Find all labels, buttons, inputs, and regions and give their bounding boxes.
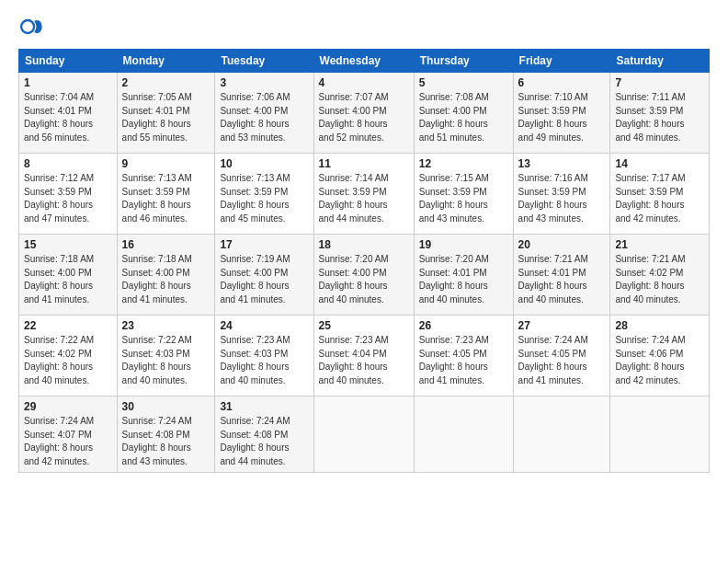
empty-cell bbox=[313, 396, 414, 473]
day-detail: Sunrise: 7:07 AMSunset: 4:00 PMDaylight:… bbox=[319, 91, 409, 144]
day-number: 8 bbox=[24, 157, 112, 170]
day-number: 16 bbox=[122, 238, 210, 251]
day-cell-30: 30Sunrise: 7:24 AMSunset: 4:08 PMDayligh… bbox=[117, 396, 215, 473]
day-detail: Sunrise: 7:10 AMSunset: 3:59 PMDaylight:… bbox=[518, 91, 606, 144]
day-cell-8: 8Sunrise: 7:12 AMSunset: 3:59 PMDaylight… bbox=[19, 154, 118, 235]
day-detail: Sunrise: 7:17 AMSunset: 3:59 PMDaylight:… bbox=[615, 172, 704, 225]
weekday-header-friday: Friday bbox=[513, 50, 610, 73]
day-cell-25: 25Sunrise: 7:23 AMSunset: 4:04 PMDayligh… bbox=[313, 316, 414, 396]
day-cell-9: 9Sunrise: 7:13 AMSunset: 3:59 PMDaylight… bbox=[117, 154, 215, 235]
day-number: 7 bbox=[615, 76, 704, 89]
weekday-header-sunday: Sunday bbox=[19, 50, 118, 73]
day-number: 30 bbox=[122, 400, 210, 413]
day-detail: Sunrise: 7:15 AMSunset: 3:59 PMDaylight:… bbox=[419, 172, 508, 225]
day-detail: Sunrise: 7:23 AMSunset: 4:03 PMDaylight:… bbox=[220, 334, 308, 387]
day-detail: Sunrise: 7:22 AMSunset: 4:02 PMDaylight:… bbox=[24, 334, 112, 387]
calendar-page: SundayMondayTuesdayWednesdayThursdayFrid… bbox=[0, 0, 728, 563]
calendar-week-row: 1Sunrise: 7:04 AMSunset: 4:01 PMDaylight… bbox=[19, 73, 710, 154]
day-detail: Sunrise: 7:21 AMSunset: 4:01 PMDaylight:… bbox=[518, 253, 606, 306]
day-detail: Sunrise: 7:19 AMSunset: 4:00 PMDaylight:… bbox=[220, 253, 308, 306]
day-number: 17 bbox=[220, 238, 308, 251]
day-cell-31: 31Sunrise: 7:24 AMSunset: 4:08 PMDayligh… bbox=[215, 396, 313, 473]
day-number: 14 bbox=[615, 157, 704, 170]
day-number: 22 bbox=[24, 319, 112, 332]
day-number: 1 bbox=[24, 76, 112, 89]
weekday-header-wednesday: Wednesday bbox=[313, 50, 414, 73]
day-number: 21 bbox=[615, 238, 704, 251]
day-detail: Sunrise: 7:23 AMSunset: 4:04 PMDaylight:… bbox=[319, 334, 409, 387]
day-detail: Sunrise: 7:24 AMSunset: 4:08 PMDaylight:… bbox=[220, 415, 308, 468]
day-number: 12 bbox=[419, 157, 508, 170]
day-detail: Sunrise: 7:20 AMSunset: 4:00 PMDaylight:… bbox=[319, 253, 409, 306]
day-cell-15: 15Sunrise: 7:18 AMSunset: 4:00 PMDayligh… bbox=[19, 235, 118, 316]
day-number: 3 bbox=[220, 76, 308, 89]
day-number: 4 bbox=[319, 76, 409, 89]
svg-point-0 bbox=[21, 20, 34, 33]
day-number: 9 bbox=[122, 157, 210, 170]
page-header bbox=[18, 14, 710, 40]
day-number: 11 bbox=[319, 157, 409, 170]
day-cell-22: 22Sunrise: 7:22 AMSunset: 4:02 PMDayligh… bbox=[19, 316, 118, 396]
day-number: 29 bbox=[24, 400, 112, 413]
day-number: 20 bbox=[518, 238, 606, 251]
logo-icon bbox=[18, 14, 44, 40]
day-cell-11: 11Sunrise: 7:14 AMSunset: 3:59 PMDayligh… bbox=[313, 154, 414, 235]
day-cell-28: 28Sunrise: 7:24 AMSunset: 4:06 PMDayligh… bbox=[610, 316, 710, 396]
day-detail: Sunrise: 7:24 AMSunset: 4:08 PMDaylight:… bbox=[122, 415, 210, 468]
weekday-header-saturday: Saturday bbox=[610, 50, 710, 73]
day-cell-1: 1Sunrise: 7:04 AMSunset: 4:01 PMDaylight… bbox=[19, 73, 118, 154]
day-detail: Sunrise: 7:12 AMSunset: 3:59 PMDaylight:… bbox=[24, 172, 112, 225]
day-number: 13 bbox=[518, 157, 606, 170]
day-cell-13: 13Sunrise: 7:16 AMSunset: 3:59 PMDayligh… bbox=[513, 154, 610, 235]
day-detail: Sunrise: 7:11 AMSunset: 3:59 PMDaylight:… bbox=[615, 91, 704, 144]
day-number: 24 bbox=[220, 319, 308, 332]
day-detail: Sunrise: 7:18 AMSunset: 4:00 PMDaylight:… bbox=[122, 253, 210, 306]
day-number: 19 bbox=[419, 238, 508, 251]
day-number: 25 bbox=[319, 319, 409, 332]
day-detail: Sunrise: 7:24 AMSunset: 4:06 PMDaylight:… bbox=[615, 334, 704, 387]
empty-cell bbox=[513, 396, 610, 473]
weekday-header-thursday: Thursday bbox=[414, 50, 513, 73]
day-cell-20: 20Sunrise: 7:21 AMSunset: 4:01 PMDayligh… bbox=[513, 235, 610, 316]
day-detail: Sunrise: 7:24 AMSunset: 4:05 PMDaylight:… bbox=[518, 334, 606, 387]
day-number: 27 bbox=[518, 319, 606, 332]
day-cell-21: 21Sunrise: 7:21 AMSunset: 4:02 PMDayligh… bbox=[610, 235, 710, 316]
day-detail: Sunrise: 7:22 AMSunset: 4:03 PMDaylight:… bbox=[122, 334, 210, 387]
day-cell-26: 26Sunrise: 7:23 AMSunset: 4:05 PMDayligh… bbox=[414, 316, 513, 396]
day-detail: Sunrise: 7:04 AMSunset: 4:01 PMDaylight:… bbox=[24, 91, 112, 144]
calendar-week-row: 8Sunrise: 7:12 AMSunset: 3:59 PMDaylight… bbox=[19, 154, 710, 235]
day-cell-18: 18Sunrise: 7:20 AMSunset: 4:00 PMDayligh… bbox=[313, 235, 414, 316]
day-cell-14: 14Sunrise: 7:17 AMSunset: 3:59 PMDayligh… bbox=[610, 154, 710, 235]
day-detail: Sunrise: 7:21 AMSunset: 4:02 PMDaylight:… bbox=[615, 253, 704, 306]
day-cell-5: 5Sunrise: 7:08 AMSunset: 4:00 PMDaylight… bbox=[414, 73, 513, 154]
day-number: 15 bbox=[24, 238, 112, 251]
day-number: 10 bbox=[220, 157, 308, 170]
day-cell-27: 27Sunrise: 7:24 AMSunset: 4:05 PMDayligh… bbox=[513, 316, 610, 396]
day-number: 31 bbox=[220, 400, 308, 413]
day-cell-6: 6Sunrise: 7:10 AMSunset: 3:59 PMDaylight… bbox=[513, 73, 610, 154]
weekday-header-row: SundayMondayTuesdayWednesdayThursdayFrid… bbox=[19, 50, 710, 73]
day-number: 5 bbox=[419, 76, 508, 89]
day-cell-23: 23Sunrise: 7:22 AMSunset: 4:03 PMDayligh… bbox=[117, 316, 215, 396]
empty-cell bbox=[414, 396, 513, 473]
day-number: 26 bbox=[419, 319, 508, 332]
day-cell-4: 4Sunrise: 7:07 AMSunset: 4:00 PMDaylight… bbox=[313, 73, 414, 154]
calendar-table: SundayMondayTuesdayWednesdayThursdayFrid… bbox=[18, 49, 710, 473]
day-detail: Sunrise: 7:06 AMSunset: 4:00 PMDaylight:… bbox=[220, 91, 308, 144]
calendar-week-row: 15Sunrise: 7:18 AMSunset: 4:00 PMDayligh… bbox=[19, 235, 710, 316]
day-cell-29: 29Sunrise: 7:24 AMSunset: 4:07 PMDayligh… bbox=[19, 396, 118, 473]
day-number: 6 bbox=[518, 76, 606, 89]
day-cell-17: 17Sunrise: 7:19 AMSunset: 4:00 PMDayligh… bbox=[215, 235, 313, 316]
day-detail: Sunrise: 7:23 AMSunset: 4:05 PMDaylight:… bbox=[419, 334, 508, 387]
day-detail: Sunrise: 7:20 AMSunset: 4:01 PMDaylight:… bbox=[419, 253, 508, 306]
calendar-week-row: 29Sunrise: 7:24 AMSunset: 4:07 PMDayligh… bbox=[19, 396, 710, 473]
calendar-week-row: 22Sunrise: 7:22 AMSunset: 4:02 PMDayligh… bbox=[19, 316, 710, 396]
day-cell-3: 3Sunrise: 7:06 AMSunset: 4:00 PMDaylight… bbox=[215, 73, 313, 154]
day-cell-7: 7Sunrise: 7:11 AMSunset: 3:59 PMDaylight… bbox=[610, 73, 710, 154]
day-number: 28 bbox=[615, 319, 704, 332]
day-detail: Sunrise: 7:13 AMSunset: 3:59 PMDaylight:… bbox=[122, 172, 210, 225]
day-number: 23 bbox=[122, 319, 210, 332]
day-detail: Sunrise: 7:14 AMSunset: 3:59 PMDaylight:… bbox=[319, 172, 409, 225]
day-cell-10: 10Sunrise: 7:13 AMSunset: 3:59 PMDayligh… bbox=[215, 154, 313, 235]
logo bbox=[18, 14, 48, 40]
